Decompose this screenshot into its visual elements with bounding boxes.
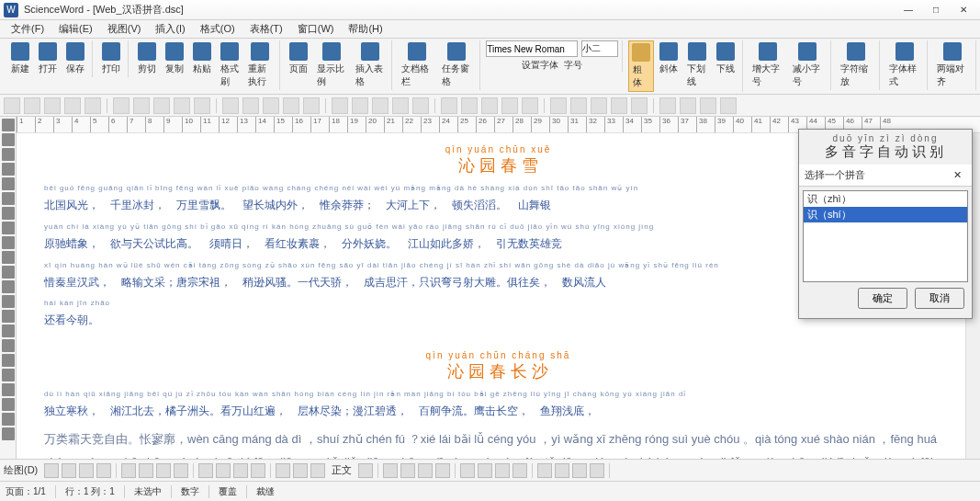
- bottombar-btn-2[interactable]: [79, 463, 94, 478]
- left-tool-20[interactable]: [2, 413, 15, 426]
- underline2-button[interactable]: 下线: [713, 40, 738, 92]
- bottombar-btn-27[interactable]: [590, 463, 604, 478]
- toolbar2-btn-7[interactable]: [153, 97, 170, 114]
- toolbar2-btn-9[interactable]: [194, 97, 210, 114]
- toolbar2-btn-13[interactable]: [283, 97, 299, 114]
- bottombar-btn-0[interactable]: [44, 463, 59, 478]
- underline-button[interactable]: 下划线: [683, 40, 711, 92]
- menu-item-4[interactable]: 格式(O): [193, 20, 242, 38]
- bottombar-btn-13[interactable]: [293, 463, 308, 478]
- left-tool-6[interactable]: [2, 207, 15, 220]
- dialog-ok-button[interactable]: 确定: [858, 288, 907, 309]
- toolbar2-btn-32[interactable]: [700, 97, 716, 114]
- menu-item-7[interactable]: 帮助(H): [341, 20, 389, 38]
- new-button[interactable]: 新建: [7, 40, 33, 77]
- bottombar-btn-10[interactable]: [233, 463, 248, 478]
- toolbar2-btn-17[interactable]: [372, 97, 389, 114]
- left-tool-10[interactable]: [2, 266, 15, 279]
- left-tool-15[interactable]: [2, 339, 15, 352]
- drawing-label[interactable]: 绘图(D): [4, 463, 38, 477]
- doc-format-button[interactable]: 文档格栏: [398, 40, 435, 90]
- toolbar2-btn-6[interactable]: [133, 97, 150, 114]
- toolbar2-btn-20[interactable]: [441, 97, 457, 114]
- left-tool-11[interactable]: [2, 280, 15, 293]
- bottombar-btn-22[interactable]: [495, 463, 510, 478]
- toolbar2-btn-0[interactable]: [4, 97, 20, 114]
- zoom-button[interactable]: 显示比例: [313, 40, 349, 90]
- left-tool-18[interactable]: [2, 383, 15, 396]
- left-tool-13[interactable]: [2, 310, 15, 323]
- bottombar-btn-5[interactable]: [139, 463, 153, 478]
- left-tool-19[interactable]: [2, 398, 15, 411]
- menu-item-2[interactable]: 视图(V): [100, 20, 149, 38]
- left-tool-21[interactable]: [2, 427, 15, 440]
- toolbar2-btn-23[interactable]: [501, 97, 518, 114]
- toolbar2-btn-4[interactable]: [84, 97, 101, 114]
- bottombar-btn-24[interactable]: [537, 463, 552, 478]
- toolbar2-btn-15[interactable]: [332, 97, 348, 114]
- left-tool-5[interactable]: [2, 192, 15, 205]
- bottombar-btn-23[interactable]: [513, 463, 527, 478]
- increase-font-button[interactable]: 增大字号: [749, 40, 786, 90]
- left-tool-0[interactable]: [2, 119, 15, 131]
- left-tool-12[interactable]: [2, 295, 15, 308]
- toolbar2-btn-22[interactable]: [481, 97, 498, 114]
- toolbar2-btn-26[interactable]: [570, 97, 587, 114]
- toolbar2-btn-29[interactable]: [631, 97, 648, 114]
- menu-item-5[interactable]: 表格(T): [242, 20, 290, 38]
- toolbar2-btn-12[interactable]: [263, 97, 279, 114]
- page-button[interactable]: 页面: [286, 40, 311, 90]
- menu-item-6[interactable]: 窗口(W): [290, 20, 342, 38]
- toolbar2-btn-14[interactable]: [303, 97, 320, 114]
- left-tool-8[interactable]: [2, 236, 15, 249]
- char-spacing-button[interactable]: 字符缩放: [837, 40, 875, 90]
- bottombar-btn-3[interactable]: [96, 463, 111, 478]
- toolbar2-btn-33[interactable]: [720, 97, 737, 114]
- toolbar2-btn-5[interactable]: [113, 97, 130, 114]
- bottombar-btn-26[interactable]: [572, 463, 587, 478]
- bottombar-btn-7[interactable]: [174, 463, 188, 478]
- italic-button[interactable]: 斜体: [656, 40, 681, 92]
- bottombar-btn-14[interactable]: [310, 463, 325, 478]
- toolbar2-btn-21[interactable]: [461, 97, 478, 114]
- bottombar-btn-4[interactable]: [121, 463, 136, 478]
- dialog-close-button[interactable]: ✕: [948, 169, 966, 181]
- menu-item-3[interactable]: 插入(I): [148, 20, 192, 38]
- taskpane-button[interactable]: 任务窗格: [438, 40, 476, 90]
- copy-button[interactable]: 复制: [162, 40, 187, 90]
- bottombar-btn-25[interactable]: [555, 463, 569, 478]
- toolbar2-btn-28[interactable]: [611, 97, 627, 114]
- pinyin-listbox[interactable]: 识（zhì）识（shí）: [803, 190, 968, 282]
- bottombar-btn-9[interactable]: [216, 463, 231, 478]
- open-button[interactable]: 打开: [35, 40, 61, 77]
- toolbar2-btn-10[interactable]: [222, 97, 239, 114]
- paste-button[interactable]: 粘贴: [189, 40, 215, 90]
- dialog-cancel-button[interactable]: 取消: [915, 288, 964, 309]
- font-select[interactable]: [486, 40, 578, 57]
- left-tool-17[interactable]: [2, 369, 15, 381]
- pinyin-option-0[interactable]: 识（zhì）: [804, 191, 967, 207]
- toolbar2-btn-31[interactable]: [680, 97, 696, 114]
- left-tool-9[interactable]: [2, 251, 15, 264]
- left-tool-16[interactable]: [2, 354, 15, 367]
- toolbar2-btn-19[interactable]: [412, 97, 429, 114]
- minimize-button[interactable]: —: [896, 2, 921, 18]
- bottombar-btn-18[interactable]: [418, 463, 433, 478]
- bottombar-btn-6[interactable]: [156, 463, 171, 478]
- toolbar2-btn-25[interactable]: [550, 97, 567, 114]
- menu-item-1[interactable]: 编辑(E): [51, 20, 100, 38]
- bottombar-btn-21[interactable]: [478, 463, 492, 478]
- left-tool-4[interactable]: [2, 177, 15, 190]
- bottombar-btn-20[interactable]: [460, 463, 475, 478]
- left-tool-1[interactable]: [2, 133, 15, 146]
- menu-item-0[interactable]: 文件(F): [4, 20, 51, 38]
- toolbar2-btn-2[interactable]: [44, 97, 61, 114]
- left-tool-7[interactable]: [2, 222, 15, 234]
- bottombar-btn-17[interactable]: [400, 463, 415, 478]
- cut-button[interactable]: 剪切: [134, 40, 160, 90]
- left-tool-14[interactable]: [2, 325, 15, 337]
- bottombar-btn-8[interactable]: [198, 463, 213, 478]
- justify-button[interactable]: 两端对齐: [933, 40, 972, 90]
- bottombar-btn-11[interactable]: [251, 463, 265, 478]
- maximize-button[interactable]: □: [923, 2, 949, 18]
